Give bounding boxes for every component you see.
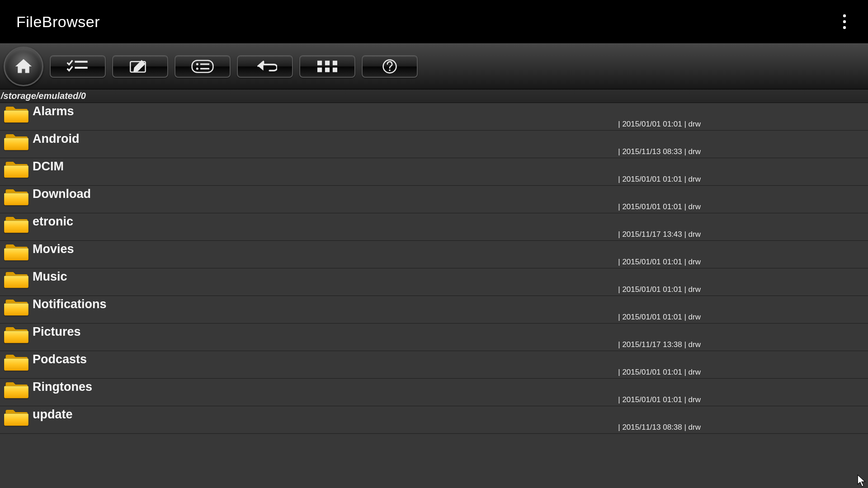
svg-point-9 (196, 68, 198, 70)
svg-rect-14 (317, 68, 322, 72)
svg-rect-4 (75, 67, 87, 69)
file-name: etronic (33, 213, 73, 229)
file-name: DCIM (33, 158, 64, 174)
folder-icon-wrap (0, 241, 33, 261)
list-item[interactable]: Download| 2015/01/01 01:01 | drw (0, 186, 868, 213)
folder-icon (4, 270, 28, 289)
cursor-icon (857, 474, 867, 487)
list-item[interactable]: Movies| 2015/01/01 01:01 | drw (0, 241, 868, 268)
file-name: Movies (33, 241, 74, 256)
grid-icon (317, 61, 337, 72)
svg-rect-16 (333, 68, 337, 72)
back-button[interactable] (237, 55, 293, 78)
list-item[interactable]: Android| 2015/11/13 08:33 | drw (0, 131, 868, 158)
svg-point-1 (843, 20, 846, 23)
file-meta: | 2015/01/01 01:01 | drw (618, 175, 701, 184)
list-item[interactable]: Alarms| 2015/01/01 01:01 | drw (0, 103, 868, 131)
svg-rect-8 (200, 63, 209, 65)
list-item[interactable]: Ringtones| 2015/01/01 01:01 | drw (0, 379, 868, 406)
title-bar: FileBrowser (0, 0, 868, 43)
file-meta: | 2015/01/01 01:01 | drw (618, 368, 701, 377)
folder-icon (4, 215, 28, 234)
folder-icon (4, 325, 28, 344)
edit-icon (129, 59, 151, 74)
app-title: FileBrowser (16, 13, 100, 31)
folder-icon (4, 132, 28, 151)
file-name: Ringtones (33, 379, 92, 394)
svg-rect-6 (192, 61, 213, 73)
folder-icon-wrap (0, 213, 33, 234)
file-name: Download (33, 186, 91, 201)
folder-icon-wrap (0, 351, 33, 371)
file-name: Android (33, 131, 79, 146)
help-icon (382, 59, 397, 74)
file-meta: | 2015/01/01 01:01 | drw (618, 258, 701, 267)
folder-icon (4, 160, 28, 178)
folder-icon-wrap (0, 158, 33, 178)
svg-rect-12 (325, 61, 330, 65)
folder-icon (4, 297, 28, 316)
home-button[interactable] (4, 47, 43, 86)
file-name: update (33, 406, 73, 422)
home-icon (14, 57, 33, 75)
svg-rect-11 (317, 61, 322, 65)
file-name: Podcasts (33, 351, 87, 366)
list-item[interactable]: Notifications| 2015/01/01 01:01 | drw (0, 296, 868, 324)
list-icon (191, 60, 214, 73)
svg-point-2 (843, 26, 846, 29)
folder-icon-wrap (0, 296, 33, 316)
file-meta: | 2015/11/13 08:38 | drw (618, 423, 701, 432)
folder-icon-wrap (0, 103, 33, 123)
folder-icon-wrap (0, 406, 33, 427)
current-path: /storage/emulated/0 (1, 91, 86, 101)
file-name: Music (33, 268, 67, 284)
file-list: Alarms| 2015/01/01 01:01 | drwAndroid| 2… (0, 103, 868, 434)
file-meta: | 2015/01/01 01:01 | drw (618, 395, 701, 404)
more-vert-icon (843, 14, 846, 29)
list-item[interactable]: etronic| 2015/11/17 13:43 | drw (0, 213, 868, 241)
list-item[interactable]: Music| 2015/01/01 01:01 | drw (0, 268, 868, 296)
file-meta: | 2015/01/01 01:01 | drw (618, 120, 701, 129)
file-name: Pictures (33, 324, 81, 339)
toolbar (0, 43, 868, 89)
folder-icon (4, 242, 28, 261)
folder-icon (4, 187, 28, 206)
folder-icon (4, 380, 28, 399)
list-item[interactable]: update| 2015/11/13 08:38 | drw (0, 406, 868, 434)
folder-icon-wrap (0, 186, 33, 206)
back-icon (253, 61, 277, 72)
folder-icon (4, 104, 28, 123)
folder-icon (4, 352, 28, 371)
path-bar: /storage/emulated/0 (0, 89, 868, 103)
folder-icon-wrap (0, 131, 33, 151)
list-item[interactable]: Pictures| 2015/11/17 13:38 | drw (0, 324, 868, 351)
list-view-button[interactable] (175, 55, 231, 78)
svg-rect-15 (325, 68, 330, 72)
multiselect-button[interactable] (50, 55, 106, 78)
list-item[interactable]: Podcasts| 2015/01/01 01:01 | drw (0, 351, 868, 379)
svg-rect-13 (333, 61, 337, 65)
svg-rect-3 (75, 61, 87, 63)
edit-button[interactable] (112, 55, 168, 78)
file-meta: | 2015/11/17 13:43 | drw (618, 230, 701, 239)
file-meta: | 2015/11/13 08:33 | drw (618, 147, 701, 156)
folder-icon-wrap (0, 268, 33, 289)
file-name: Alarms (33, 103, 74, 118)
help-button[interactable] (362, 55, 418, 78)
svg-point-0 (843, 14, 846, 17)
list-item[interactable]: DCIM| 2015/01/01 01:01 | drw (0, 158, 868, 186)
folder-icon-wrap (0, 324, 33, 344)
svg-point-7 (196, 63, 198, 66)
file-meta: | 2015/01/01 01:01 | drw (618, 313, 701, 322)
svg-point-18 (389, 70, 390, 71)
overflow-menu-button[interactable] (834, 11, 855, 33)
folder-icon-wrap (0, 379, 33, 399)
checklist-icon (66, 60, 89, 73)
svg-rect-10 (200, 68, 209, 69)
file-meta: | 2015/01/01 01:01 | drw (618, 285, 701, 294)
file-meta: | 2015/01/01 01:01 | drw (618, 202, 701, 211)
file-meta: | 2015/11/17 13:38 | drw (618, 340, 701, 349)
folder-icon (4, 408, 28, 427)
file-name: Notifications (33, 296, 107, 311)
grid-view-button[interactable] (299, 55, 355, 78)
